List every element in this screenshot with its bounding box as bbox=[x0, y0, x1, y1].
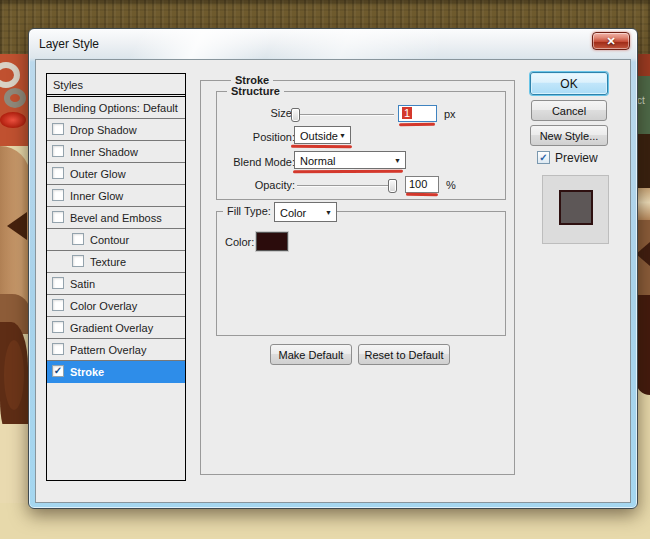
style-item-label: Blending Options: Default bbox=[53, 102, 178, 114]
size-input[interactable]: 1 bbox=[398, 105, 437, 122]
style-checkbox[interactable] bbox=[52, 277, 64, 289]
style-item-label: Bevel and Emboss bbox=[70, 212, 162, 224]
background-mid-brown-block bbox=[636, 220, 650, 295]
opacity-unit-label: % bbox=[446, 179, 456, 191]
background-swirl-ring bbox=[0, 62, 20, 88]
new-style-button[interactable]: New Style... bbox=[530, 125, 608, 146]
screenshot-canvas: ct Layer Style ✕ Styles Blending Options… bbox=[0, 0, 650, 539]
background-tan-band bbox=[636, 188, 650, 220]
style-item-stroke[interactable]: ✓ Stroke bbox=[47, 361, 185, 383]
style-item-blending-options[interactable]: Blending Options: Default bbox=[47, 97, 185, 119]
style-checkbox[interactable] bbox=[52, 321, 64, 333]
stroke-preview-square bbox=[559, 190, 593, 225]
cancel-button[interactable]: Cancel bbox=[531, 100, 607, 121]
background-curve-highlight bbox=[4, 340, 24, 410]
style-item-drop-shadow[interactable]: Drop Shadow bbox=[47, 119, 185, 141]
dialog-client-area: Styles Blending Options: Default Drop Sh… bbox=[35, 59, 631, 503]
styles-list: Styles Blending Options: Default Drop Sh… bbox=[46, 73, 186, 481]
reset-to-default-button[interactable]: Reset to Default bbox=[358, 344, 450, 365]
background-green-block: ct bbox=[636, 76, 650, 134]
stroke-preview-thumbnail bbox=[542, 175, 609, 244]
background-artwork-red-badge bbox=[0, 54, 30, 146]
position-dropdown-value: Outside bbox=[300, 130, 338, 142]
annotation-underline-opacity bbox=[406, 193, 438, 196]
style-checkbox[interactable] bbox=[52, 145, 64, 157]
structure-group: Structure Size: 1 px Position: Outside ▼ bbox=[216, 91, 506, 200]
size-slider-track[interactable] bbox=[297, 114, 394, 116]
size-input-selected-text: 1 bbox=[402, 107, 412, 119]
style-item-contour[interactable]: Contour bbox=[47, 229, 185, 251]
background-rust-band bbox=[636, 54, 650, 76]
color-label: Color: bbox=[225, 236, 254, 248]
preview-checkbox[interactable]: ✓ bbox=[537, 151, 550, 164]
dialog-titlebar[interactable] bbox=[30, 30, 636, 59]
opacity-slider-thumb[interactable] bbox=[388, 179, 397, 193]
fill-type-group: Fill Type: Color ▼ Color: bbox=[216, 211, 506, 336]
background-triangle-shape bbox=[7, 212, 27, 240]
chevron-down-icon: ▼ bbox=[394, 157, 401, 164]
style-item-color-overlay[interactable]: Color Overlay bbox=[47, 295, 185, 317]
style-checkbox[interactable] bbox=[52, 343, 64, 355]
style-item-label: Inner Shadow bbox=[70, 146, 138, 158]
style-item-outer-glow[interactable]: Outer Glow bbox=[47, 163, 185, 185]
chevron-down-icon: ▼ bbox=[339, 132, 346, 139]
style-item-label: Texture bbox=[90, 256, 126, 268]
background-dark-brown-shape bbox=[0, 322, 28, 434]
fill-type-dropdown[interactable]: Color ▼ bbox=[274, 202, 337, 222]
size-slider-thumb[interactable] bbox=[291, 108, 300, 122]
blend-mode-dropdown-value: Normal bbox=[300, 155, 335, 167]
style-item-label: Drop Shadow bbox=[70, 124, 137, 136]
styles-list-header: Styles bbox=[47, 74, 185, 95]
style-item-texture[interactable]: Texture bbox=[47, 251, 185, 273]
style-item-label: Contour bbox=[90, 234, 129, 246]
style-item-label: Stroke bbox=[70, 366, 104, 378]
background-dark-brown-band bbox=[636, 134, 650, 188]
style-checkbox[interactable] bbox=[52, 299, 64, 311]
style-item-bevel-and-emboss[interactable]: Bevel and Emboss bbox=[47, 207, 185, 229]
opacity-label: Opacity: bbox=[217, 179, 295, 191]
style-checkbox[interactable] bbox=[52, 167, 64, 179]
preview-checkbox-label: Preview bbox=[555, 151, 598, 165]
blend-mode-label: Blend Mode: bbox=[217, 156, 295, 168]
background-artwork-tan-shape bbox=[0, 146, 30, 334]
style-item-inner-shadow[interactable]: Inner Shadow bbox=[47, 141, 185, 163]
ok-button[interactable]: OK bbox=[530, 72, 608, 95]
background-wedge-shape bbox=[636, 242, 650, 266]
style-checkbox[interactable] bbox=[52, 211, 64, 223]
style-item-inner-glow[interactable]: Inner Glow bbox=[47, 185, 185, 207]
close-button[interactable]: ✕ bbox=[592, 32, 630, 50]
style-item-label: Inner Glow bbox=[70, 190, 123, 202]
stroke-color-swatch[interactable] bbox=[256, 232, 288, 251]
style-item-pattern-overlay[interactable]: Pattern Overlay bbox=[47, 339, 185, 361]
fill-type-dropdown-value: Color bbox=[280, 207, 306, 219]
structure-group-title: Structure bbox=[227, 84, 284, 98]
opacity-slider-track[interactable] bbox=[297, 185, 396, 187]
make-default-button[interactable]: Make Default bbox=[270, 344, 352, 365]
chevron-down-icon: ▼ bbox=[325, 209, 332, 216]
style-item-label: Outer Glow bbox=[70, 168, 126, 180]
annotation-underline-size bbox=[399, 123, 435, 127]
style-item-label: Gradient Overlay bbox=[70, 322, 153, 334]
style-checkbox[interactable] bbox=[72, 233, 84, 245]
annotation-underline-position bbox=[291, 145, 352, 149]
position-label: Position: bbox=[217, 131, 295, 143]
style-checkbox[interactable] bbox=[72, 255, 84, 267]
background-red-glow bbox=[0, 112, 26, 128]
style-checkbox-checked[interactable]: ✓ bbox=[52, 365, 64, 377]
style-item-satin[interactable]: Satin bbox=[47, 273, 185, 295]
style-item-gradient-overlay[interactable]: Gradient Overlay bbox=[47, 317, 185, 339]
background-swirl-ring-dark bbox=[4, 88, 26, 108]
style-item-label: Color Overlay bbox=[70, 300, 137, 312]
background-text-fragment: ct bbox=[637, 96, 645, 106]
layer-style-dialog: Layer Style ✕ Styles Blending Options: D… bbox=[28, 28, 638, 509]
close-icon: ✕ bbox=[606, 35, 615, 47]
size-label: Size: bbox=[217, 107, 295, 119]
stroke-panel: Stroke Structure Size: 1 px Position: Ou… bbox=[200, 80, 515, 475]
style-item-label: Pattern Overlay bbox=[70, 344, 146, 356]
style-checkbox[interactable] bbox=[52, 189, 64, 201]
position-dropdown[interactable]: Outside ▼ bbox=[294, 126, 351, 144]
blend-mode-dropdown[interactable]: Normal ▼ bbox=[294, 151, 406, 169]
opacity-input[interactable]: 100 bbox=[405, 176, 439, 193]
style-checkbox[interactable] bbox=[52, 123, 64, 135]
fill-type-group-title: Fill Type: bbox=[223, 204, 275, 218]
